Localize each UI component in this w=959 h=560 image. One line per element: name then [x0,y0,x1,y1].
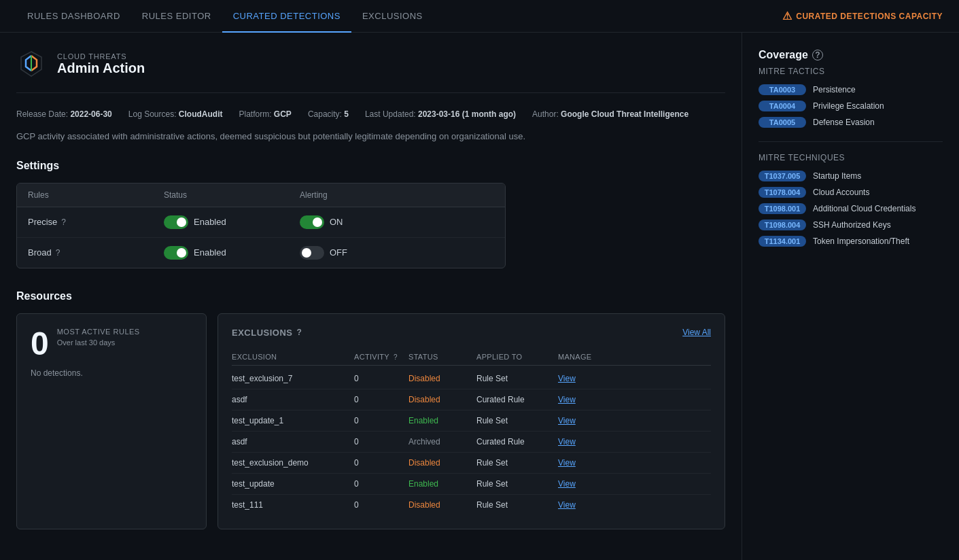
tactic-item-1: TA0004 Privilege Escalation [759,101,943,111]
no-detections-text: No detections. [31,368,192,378]
author: Author: Google Cloud Threat Intelligence [532,109,688,119]
col-rules-header: Rules [28,190,164,200]
tactic-item-0: TA0003 Persistence [759,84,943,95]
excl-name-3: asdf [232,437,354,447]
technique-item-3: T1098.004 SSH Authorized Keys [759,220,943,230]
page-category: CLOUD THREATS [57,52,145,60]
exclusion-row-4: test_exclusion_demo 0 Disabled Rule Set … [232,453,711,474]
alerting-toggle-precise[interactable] [300,215,324,229]
tactic-label-2: Defense Evasion [813,118,875,127]
excl-view-link-5[interactable]: View [558,479,612,489]
header-text: CLOUD THREATS Admin Action [57,52,145,76]
coverage-title: Coverage ? [759,49,943,61]
excl-view-link-4[interactable]: View [558,458,612,468]
nav-item-curated-detections[interactable]: CURATED DETECTIONS [222,0,351,33]
rule-help-icon-precise: ? [61,217,66,227]
status-toggle-broad[interactable] [164,246,188,260]
page-layout: CLOUD THREATS Admin Action Release Date:… [0,33,959,560]
technique-item-1: T1078.004 Cloud Accounts [759,187,943,198]
settings-rows: Precise ? Enabled ON Broad ? [17,207,505,268]
excl-applied-4: Rule Set [476,458,558,468]
rule-name-precise: Precise ? [28,217,164,227]
status-toggle-precise[interactable] [164,215,188,229]
technique-tag-4[interactable]: T1134.001 [759,236,806,247]
excl-applied-6: Rule Set [476,500,558,510]
technique-item-4: T1134.001 Token Impersonation/Theft [759,236,943,247]
tactic-tag-0[interactable]: TA0003 [759,84,806,95]
description: GCP activity associated with administrat… [16,130,725,143]
page-header: CLOUD THREATS Admin Action [16,49,725,93]
nav-alert[interactable]: ⚠ CURATED DETECTIONS CAPACITY [782,10,943,22]
capacity: Capacity: 5 [308,109,349,119]
technique-tag-2[interactable]: T1098.001 [759,203,806,214]
right-panel: Coverage ? MITRE Tactics TA0003 Persiste… [742,33,959,560]
excl-view-link-2[interactable]: View [558,416,612,425]
excl-applied-3: Curated Rule [476,437,558,447]
excl-activity-6: 0 [354,500,408,510]
technique-tag-3[interactable]: T1098.004 [759,220,806,230]
alerting-toggle-broad[interactable] [300,246,324,260]
active-rules-sublabel: Over last 30 days [57,338,192,347]
techniques-items: T1037.005 Startup Items T1078.004 Cloud … [759,171,943,247]
excl-activity-5: 0 [354,479,408,489]
mitre-techniques-subtitle: MITRE Techniques [759,153,943,162]
excl-applied-2: Rule Set [476,416,558,425]
last-updated: Last Updated: 2023-03-16 (1 month ago) [365,109,516,119]
col-activity-header: Activity ? [354,353,408,361]
col-exclusion-header: Exclusion [232,353,354,361]
technique-tag-0[interactable]: T1037.005 [759,171,806,181]
logo-icon [16,49,46,79]
rule-help-icon-broad: ? [56,248,60,258]
excl-activity-3: 0 [354,437,408,447]
tactic-label-1: Privilege Escalation [813,101,884,111]
exclusion-row-2: test_update_1 0 Enabled Rule Set View [232,410,711,432]
tactic-label-0: Persistence [813,85,856,94]
settings-title: Settings [16,160,725,172]
technique-tag-1[interactable]: T1078.004 [759,187,806,198]
exclusion-row-1: asdf 0 Disabled Curated Rule View [232,389,711,410]
nav-alert-label: CURATED DETECTIONS CAPACITY [796,12,943,21]
col-applied-to-header: Applied To [476,353,558,361]
tactic-tag-1[interactable]: TA0004 [759,101,806,111]
resources-section: Resources 0 MOST ACTIVE RULES Over last … [16,290,725,529]
exclusions-header: EXCLUSIONS ? View All [232,328,711,338]
active-rules-panel: 0 MOST ACTIVE RULES Over last 30 days No… [16,313,207,529]
nav-item-rules-dashboard[interactable]: RULES DASHBOARD [16,0,131,33]
excl-view-link-3[interactable]: View [558,437,612,447]
nav-items: RULES DASHBOARDRULES EDITORCURATED DETEC… [16,0,434,32]
technique-label-4: Token Impersonation/Theft [813,237,909,246]
active-rules-info: MOST ACTIVE RULES Over last 30 days [57,328,192,347]
mitre-tactics-subtitle: MITRE Tactics [759,67,943,76]
excl-status-4: Disabled [408,458,476,468]
resources-panels: 0 MOST ACTIVE RULES Over last 30 days No… [16,313,725,529]
nav-item-rules-editor[interactable]: RULES EDITOR [131,0,222,33]
nav-item-exclusions[interactable]: EXCLUSIONS [351,0,434,33]
view-all-link[interactable]: View All [682,328,711,337]
settings-row-precise: Precise ? Enabled ON [17,207,505,238]
excl-status-0: Disabled [408,374,476,383]
excl-view-link-1[interactable]: View [558,395,612,404]
technique-item-2: T1098.001 Additional Cloud Credentials [759,203,943,214]
tactic-tag-2[interactable]: TA0005 [759,117,806,128]
tactic-item-2: TA0005 Defense Evasion [759,117,943,128]
excl-view-link-0[interactable]: View [558,374,612,383]
col-manage-header: Manage [558,353,612,361]
exclusion-row-6: test_111 0 Disabled Rule Set View [232,495,711,515]
tactics-items: TA0003 Persistence TA0004 Privilege Esca… [759,84,943,128]
active-rules-count: 0 [31,328,49,360]
alert-icon: ⚠ [782,10,792,22]
excl-view-link-6[interactable]: View [558,500,612,510]
exclusion-row-0: test_exclusion_7 0 Disabled Rule Set Vie… [232,368,711,389]
release-date: Release Date: 2022-06-30 [16,109,112,119]
alerting-cell-broad: OFF [300,246,436,260]
exclusions-panel: EXCLUSIONS ? View All Exclusion Activity… [217,313,725,529]
settings-row-broad: Broad ? Enabled OFF [17,238,505,268]
excl-name-2: test_update_1 [232,416,354,425]
alerting-cell-precise: ON [300,215,436,229]
technique-item-0: T1037.005 Startup Items [759,171,943,181]
technique-label-2: Additional Cloud Credentials [813,204,916,213]
divider [759,141,943,142]
exclusion-row-3: asdf 0 Archived Curated Rule View [232,432,711,453]
technique-label-0: Startup Items [813,171,861,181]
exclusions-rows: test_exclusion_7 0 Disabled Rule Set Vie… [232,368,711,515]
